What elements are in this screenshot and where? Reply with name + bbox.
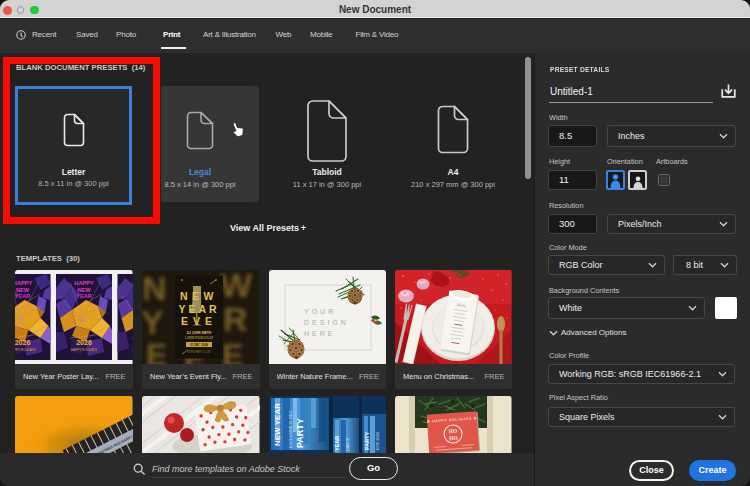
svg-text:EVE: EVE xyxy=(181,315,217,327)
svg-text:HO: HO xyxy=(448,428,458,435)
svg-text:NEW YEAR: NEW YEAR xyxy=(273,403,282,446)
svg-text:DANCE: DANCE xyxy=(345,437,350,451)
svg-text:R: R xyxy=(223,300,248,338)
svg-text:NYE 2026: NYE 2026 xyxy=(375,431,380,450)
svg-text:NEW: NEW xyxy=(180,290,218,302)
svg-text:EXCLUSIVE 31 DEC: EXCLUSIVE 31 DEC xyxy=(288,410,293,448)
svg-text:YEAR: YEAR xyxy=(334,436,340,451)
svg-text:E: E xyxy=(146,337,167,364)
svg-text:YOUR: YOUR xyxy=(304,308,336,315)
svg-text:W: W xyxy=(220,270,253,304)
svg-text:N: N xyxy=(142,270,167,307)
svg-text:YEAR: YEAR xyxy=(178,303,219,315)
svg-text:E: E xyxy=(222,337,243,364)
svg-text:DJ JOHN SMITH: DJ JOHN SMITH xyxy=(187,331,212,335)
svg-text:WWW.PARTY.COM: WWW.PARTY.COM xyxy=(188,350,211,354)
svg-text:Y: Y xyxy=(142,303,164,341)
svg-text:DESIGN: DESIGN xyxy=(304,319,349,326)
svg-text:HERE: HERE xyxy=(304,330,335,337)
svg-text:PARTY: PARTY xyxy=(364,431,370,450)
svg-text:LOREM IPSUM DOLOR: LOREM IPSUM DOLOR xyxy=(185,336,214,340)
svg-text:HO: HO xyxy=(449,435,459,442)
svg-text:31 DEC 2026: 31 DEC 2026 xyxy=(190,343,208,347)
svg-text:PARTY: PARTY xyxy=(295,418,305,448)
